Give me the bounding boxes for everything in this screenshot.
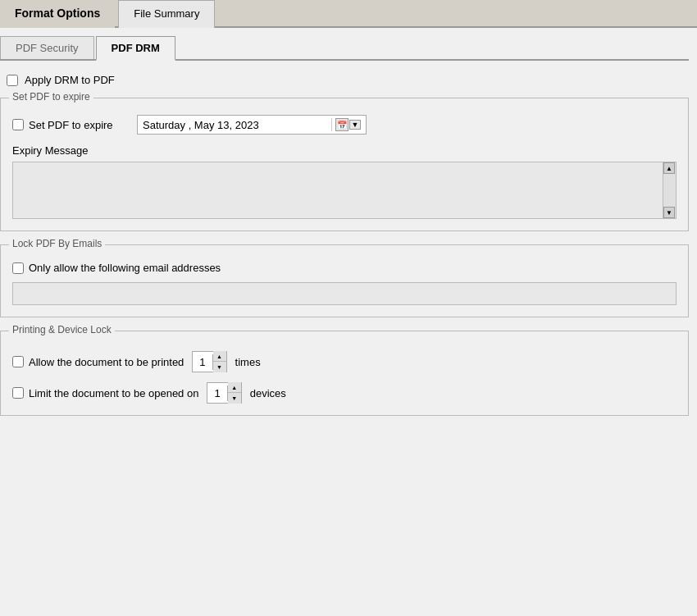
date-dropdown-arrow[interactable]: ▼ [349, 120, 361, 130]
set-expire-checkbox[interactable] [12, 119, 24, 130]
emails-group-legend: Lock PDF By Emails [9, 238, 105, 249]
expiry-scrollbar: ▲ ▼ [663, 162, 676, 218]
tab-file-summary[interactable]: File Summary [118, 0, 215, 28]
limit-device-label[interactable]: Limit the document to be opened on [29, 387, 198, 399]
expiry-textarea-wrapper: ▲ ▼ [12, 162, 676, 219]
device-spin-up[interactable]: ▲ [228, 382, 241, 393]
print-row: Allow the document to be printed 1 ▲ ▼ t… [12, 351, 676, 372]
tab-format-options[interactable]: Format Options [0, 0, 115, 28]
set-pdf-expire-group: Set PDF to expire Set PDF to expire Satu… [0, 98, 689, 231]
apply-drm-label[interactable]: Apply DRM to PDF [25, 74, 115, 86]
print-spin-down[interactable]: ▼ [213, 362, 226, 372]
print-spinner-buttons: ▲ ▼ [213, 351, 226, 372]
print-count-spinner: 1 ▲ ▼ [192, 351, 226, 372]
allow-print-checkbox[interactable] [12, 356, 24, 367]
print-times-label: times [235, 356, 261, 368]
allow-emails-label[interactable]: Only allow the following email addresses [29, 262, 221, 274]
print-spin-up[interactable]: ▲ [213, 351, 226, 362]
set-expire-label[interactable]: Set PDF to expire [29, 119, 113, 131]
apply-drm-checkbox[interactable] [7, 75, 18, 86]
email-addresses-input[interactable] [12, 282, 676, 305]
date-picker[interactable]: Saturday , May 13, 2023 📅 ▼ [137, 115, 367, 135]
tab-pdf-security[interactable]: PDF Security [0, 36, 94, 59]
expire-check-label: Set PDF to expire [12, 119, 127, 131]
allow-print-label[interactable]: Allow the document to be printed [29, 356, 184, 368]
calendar-icon[interactable]: 📅 [335, 118, 348, 131]
scroll-down-btn[interactable]: ▼ [663, 207, 675, 218]
expire-group-legend: Set PDF to expire [9, 91, 93, 103]
printing-group-legend: Printing & Device Lock [9, 324, 115, 335]
device-spinner-buttons: ▲ ▼ [228, 382, 241, 404]
email-row: Only allow the following email addresses [12, 262, 676, 274]
device-count-spinner: 1 ▲ ▼ [207, 382, 241, 404]
date-value: Saturday , May 13, 2023 [143, 119, 325, 131]
print-count-value: 1 [193, 354, 212, 370]
apply-drm-row: Apply DRM to PDF [7, 74, 689, 86]
device-row: Limit the document to be opened on 1 ▲ ▼… [12, 382, 676, 404]
expire-row: Set PDF to expire Saturday , May 13, 202… [12, 115, 676, 135]
lock-by-emails-group: Lock PDF By Emails Only allow the follow… [0, 244, 689, 317]
expiry-message-input[interactable] [13, 162, 663, 218]
expiry-message-label: Expiry Message [12, 144, 676, 157]
printing-device-lock-group: Printing & Device Lock Allow the documen… [0, 331, 689, 416]
date-buttons: 📅 ▼ [331, 118, 361, 131]
print-check-label: Allow the document to be printed [12, 356, 184, 368]
limit-device-checkbox[interactable] [12, 387, 24, 399]
tab-pdf-drm[interactable]: PDF DRM [96, 36, 175, 61]
device-check-label: Limit the document to be opened on [12, 387, 198, 399]
allow-emails-checkbox[interactable] [12, 262, 24, 274]
scroll-up-btn[interactable]: ▲ [663, 162, 675, 174]
device-spin-down[interactable]: ▼ [228, 393, 241, 404]
device-unit-label: devices [250, 387, 286, 399]
device-count-value: 1 [207, 386, 227, 401]
